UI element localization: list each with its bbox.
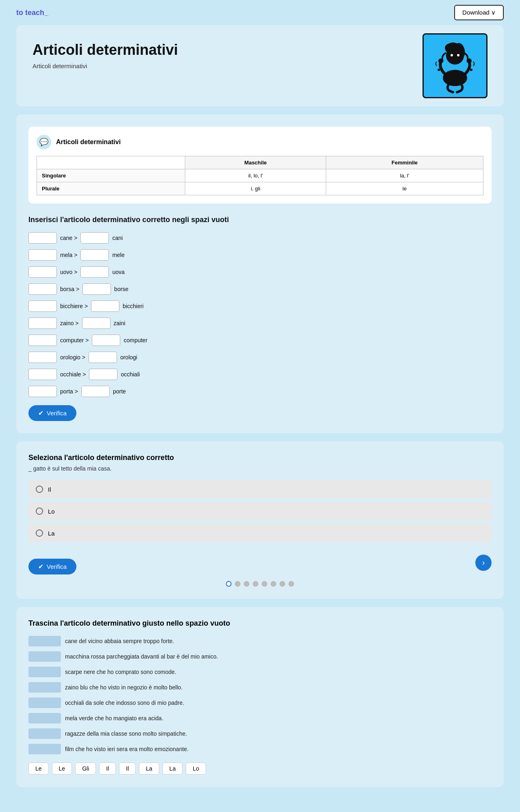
radio-circle-la (36, 529, 43, 537)
drag-text-2: macchina rossa parcheggiata davanti al b… (65, 653, 218, 660)
exercise-row-10: porta > porte (28, 386, 492, 397)
checkmark-icon-2: ✔ (38, 563, 43, 570)
pagination-dot-7[interactable] (280, 581, 285, 587)
input-plural-1[interactable] (80, 232, 109, 244)
grammar-icon: 💬 (37, 135, 51, 149)
word-plural-9: occhiali (121, 371, 140, 378)
input-plural-8[interactable] (89, 352, 117, 363)
download-button[interactable]: Download ∨ (454, 5, 504, 20)
drag-row-2: macchina rossa parcheggiata davanti al b… (28, 651, 492, 662)
pagination-dot-2[interactable] (235, 581, 240, 587)
input-singular-2[interactable] (28, 249, 57, 261)
radio-label-la: La (48, 530, 55, 537)
input-plural-3[interactable] (80, 266, 109, 278)
pagination-dot-3[interactable] (244, 581, 249, 587)
exercise1-title: Inserisci l'articolo determinativo corre… (28, 216, 492, 224)
drag-target-5[interactable] (28, 698, 61, 708)
exercise-row-6: zaino > zaini (28, 317, 492, 329)
drag-chips: Le Le Gli Il Il La La Lo (28, 762, 492, 775)
input-singular-8[interactable] (28, 352, 57, 363)
input-plural-5[interactable] (91, 300, 119, 312)
chip-gli[interactable]: Gli (75, 762, 96, 775)
svg-point-8 (470, 69, 472, 71)
chip-il-2[interactable]: Il (119, 762, 136, 775)
svg-point-4 (467, 58, 472, 63)
hero-section: Articoli determinativi Articoli determin… (16, 25, 504, 106)
input-plural-4[interactable] (82, 283, 111, 295)
radio-option-la[interactable]: La (28, 524, 492, 542)
drag-rows: cane del vicino abbaia sempre troppo for… (28, 636, 492, 754)
drag-text-5: occhiali da sole che indosso sono di mio… (65, 700, 184, 706)
input-singular-9[interactable] (28, 369, 57, 380)
input-plural-2[interactable] (80, 249, 109, 261)
chip-le-1[interactable]: Le (28, 762, 49, 775)
radio-option-il[interactable]: Il (28, 480, 492, 499)
input-singular-5[interactable] (28, 300, 57, 312)
input-plural-10[interactable] (81, 386, 110, 397)
chip-lo[interactable]: Lo (186, 762, 206, 775)
drag-text-6: mela verde che ho mangiato era acida. (65, 715, 163, 721)
header: to teach_ Download ∨ (0, 0, 520, 25)
pagination-dot-1[interactable] (226, 581, 232, 587)
drag-target-4[interactable] (28, 682, 61, 693)
word-singular-5: bicchiere > (60, 303, 88, 309)
hero-title: Articoli determinativi (32, 41, 488, 58)
exercise-row-7: computer > computer (28, 335, 492, 346)
table-cell-plurale-femminile: le (326, 182, 483, 195)
pagination-dots (28, 581, 492, 587)
pagination-dot-8[interactable] (288, 581, 294, 587)
drag-target-1[interactable] (28, 636, 61, 646)
drag-text-4: zaino blu che ho visto in negozio è molt… (65, 684, 183, 691)
drag-target-8[interactable] (28, 744, 61, 754)
drag-text-7: ragazze della mia classe sono molto simp… (65, 730, 187, 737)
table-row-singolare: Singolare il, lo, l' la, l' (37, 169, 483, 182)
word-singular-10: porta > (60, 388, 78, 395)
word-singular-4: borsa > (60, 286, 79, 292)
logo: to teach_ (16, 9, 48, 17)
input-singular-1[interactable] (28, 232, 57, 244)
input-plural-7[interactable] (92, 335, 120, 346)
grammar-header: 💬 Articoli determinativi (37, 135, 483, 149)
exercise-row-8: orologio > orologi (28, 352, 492, 363)
table-header-femminile: Femminile (326, 156, 483, 169)
chip-le-2[interactable]: Le (52, 762, 72, 775)
input-plural-9[interactable] (89, 369, 117, 380)
input-singular-10[interactable] (28, 386, 57, 397)
exercise2-title: Seleziona l'articolo determinativo corre… (28, 454, 492, 462)
drag-target-3[interactable] (28, 667, 61, 677)
drag-target-7[interactable] (28, 728, 61, 739)
person-illustration-svg (431, 37, 479, 94)
word-singular-8: orologio > (60, 354, 85, 361)
pagination-dot-6[interactable] (271, 581, 276, 587)
drag-row-6: mela verde che ho mangiato era acida. (28, 713, 492, 723)
verify-button-1[interactable]: ✔ Verifica (28, 405, 76, 421)
drag-target-2[interactable] (28, 651, 61, 662)
chip-la-2[interactable]: La (162, 762, 183, 775)
chip-la-1[interactable]: La (139, 762, 159, 775)
table-header-empty (37, 156, 185, 169)
word-singular-6: zaino > (60, 320, 79, 326)
input-singular-3[interactable] (28, 266, 57, 278)
drag-target-6[interactable] (28, 713, 61, 723)
pagination-dot-5[interactable] (262, 581, 267, 587)
svg-point-3 (438, 58, 443, 63)
table-cell-plurale-maschile: i, gli (185, 182, 326, 195)
main-content-exercise1: 💬 Articoli determinativi Maschile Femmin… (16, 114, 504, 433)
radio-circle-lo (36, 508, 43, 515)
input-singular-7[interactable] (28, 335, 57, 346)
svg-point-7 (438, 69, 440, 71)
radio-option-lo[interactable]: Lo (28, 502, 492, 520)
svg-point-5 (451, 54, 453, 56)
chip-il-1[interactable]: Il (99, 762, 116, 775)
next-button[interactable]: › (475, 555, 492, 571)
section2-exercise: Seleziona l'articolo determinativo corre… (16, 441, 504, 599)
exercise-row-9: occhiale > occhiali (28, 369, 492, 380)
pagination-dot-4[interactable] (253, 581, 258, 587)
drag-row-1: cane del vicino abbaia sempre troppo for… (28, 636, 492, 646)
word-plural-10: porte (113, 388, 126, 395)
verify-button-2[interactable]: ✔ Verifica (28, 559, 76, 574)
input-singular-6[interactable] (28, 317, 57, 329)
input-singular-4[interactable] (28, 283, 57, 295)
input-plural-6[interactable] (82, 317, 110, 329)
word-plural-3: uova (112, 269, 124, 275)
